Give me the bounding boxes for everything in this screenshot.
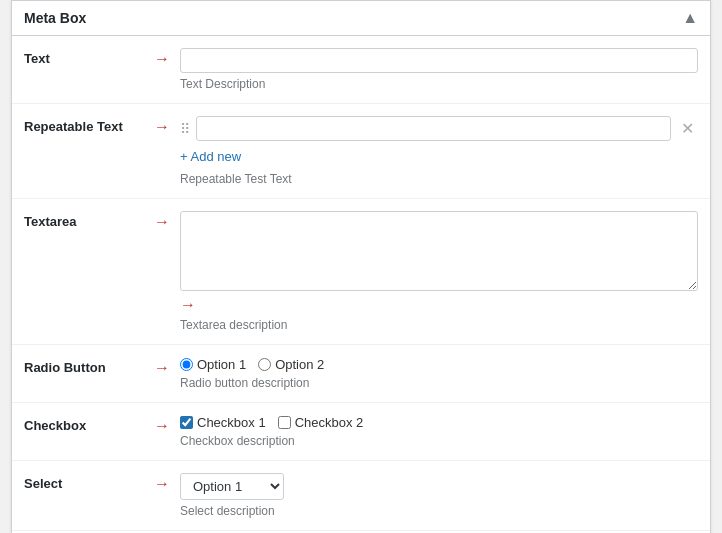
remove-repeatable-button[interactable]: ✕	[677, 119, 698, 138]
text-input[interactable]	[180, 48, 698, 73]
checkbox-group: Checkbox 1 Checkbox 2	[180, 415, 698, 430]
radio-input-1[interactable]	[180, 358, 193, 371]
radio-option-2-label: Option 2	[275, 357, 324, 372]
repeatable-text-arrow-icon: →	[154, 118, 172, 136]
repeatable-text-input[interactable]	[196, 116, 671, 141]
text-label: Text	[24, 48, 154, 66]
repeatable-text-field-row: Repeatable Text → ⠿ ✕ + Add new Repeatab…	[12, 104, 710, 199]
select-arrow-icon: →	[154, 475, 172, 493]
checkbox-input-1[interactable]	[180, 416, 193, 429]
select-field-row: Select → Option 1 Option 2 Option 3 Sele…	[12, 461, 710, 531]
text-arrow-icon: →	[154, 50, 172, 68]
checkbox-field-row: Checkbox → Checkbox 1 Checkbox 2 Checkbo…	[12, 403, 710, 461]
checkbox-input-2[interactable]	[278, 416, 291, 429]
textarea-arrow-icon: →	[154, 213, 172, 231]
select-label: Select	[24, 473, 154, 491]
radio-option-2[interactable]: Option 2	[258, 357, 324, 372]
text-description: Text Description	[180, 77, 698, 91]
add-new-button[interactable]: + Add new	[180, 145, 241, 168]
textarea-field-content: → Textarea description	[180, 211, 698, 332]
text-field-content: Text Description	[180, 48, 698, 91]
checkbox-arrow-icon: →	[154, 417, 172, 435]
select-description: Select description	[180, 504, 698, 518]
textarea-label: Textarea	[24, 211, 154, 229]
repeatable-row: ⠿ ✕	[180, 116, 698, 141]
radio-field-row: Radio Button → Option 1 Option 2 Radio b…	[12, 345, 710, 403]
checkbox-1-label: Checkbox 1	[197, 415, 266, 430]
radio-arrow-icon: →	[154, 359, 172, 377]
radio-option-1[interactable]: Option 1	[180, 357, 246, 372]
drag-handle-icon[interactable]: ⠿	[180, 121, 190, 137]
meta-box-body: Text → Text Description Repeatable Text …	[12, 36, 710, 533]
select-input[interactable]: Option 1 Option 2 Option 3	[180, 473, 284, 500]
checkbox-description: Checkbox description	[180, 434, 698, 448]
radio-option-1-label: Option 1	[197, 357, 246, 372]
checkbox-2[interactable]: Checkbox 2	[278, 415, 364, 430]
checkbox-1[interactable]: Checkbox 1	[180, 415, 266, 430]
checkbox-field-content: Checkbox 1 Checkbox 2 Checkbox descripti…	[180, 415, 698, 448]
textarea-description: Textarea description	[180, 318, 698, 332]
text-field-row: Text → Text Description	[12, 36, 710, 104]
radio-description: Radio button description	[180, 376, 698, 390]
meta-box-title: Meta Box	[24, 10, 86, 26]
checkbox-label: Checkbox	[24, 415, 154, 433]
radio-label: Radio Button	[24, 357, 154, 375]
radio-group: Option 1 Option 2	[180, 357, 698, 372]
textarea-field-row: Textarea → → Textarea description	[12, 199, 710, 345]
textarea-arrow-icon-2: →	[180, 296, 690, 314]
select-field-content: Option 1 Option 2 Option 3 Select descri…	[180, 473, 698, 518]
meta-box: Meta Box ▲ Text → Text Description Repea…	[11, 0, 711, 533]
collapse-icon[interactable]: ▲	[682, 9, 698, 27]
radio-field-content: Option 1 Option 2 Radio button descripti…	[180, 357, 698, 390]
checkbox-2-label: Checkbox 2	[295, 415, 364, 430]
radio-input-2[interactable]	[258, 358, 271, 371]
textarea-input[interactable]	[180, 211, 698, 291]
repeatable-text-description: Repeatable Test Text	[180, 172, 698, 186]
meta-box-header: Meta Box ▲	[12, 1, 710, 36]
repeatable-text-field-content: ⠿ ✕ + Add new Repeatable Test Text	[180, 116, 698, 186]
repeatable-text-label: Repeatable Text	[24, 116, 154, 134]
